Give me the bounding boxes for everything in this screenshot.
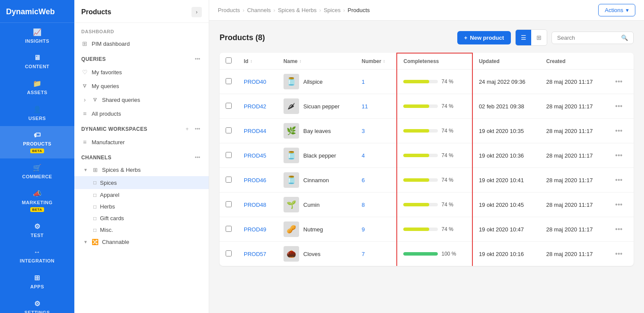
content-toolbar: Products (8) + New product ☰ ⊞ 🔍 (220, 29, 634, 46)
sidebar-item-shared-queries[interactable]: › ⛛ Shared queries (74, 93, 209, 107)
table-row: PROD44 🌿 Bay leaves 3 74 % (220, 119, 634, 143)
sub-channel-item-gift-cards[interactable]: □ Gift cards (74, 212, 209, 224)
nav-item-assets[interactable]: 📁ASSETS (0, 74, 74, 100)
select-all-checkbox[interactable] (226, 57, 232, 63)
queries-more-button[interactable]: ••• (193, 55, 202, 63)
product-image: 🌱 (284, 197, 299, 212)
row-number-cell: 9 (356, 217, 397, 242)
row-checkbox[interactable] (226, 177, 232, 183)
row-more-button[interactable]: ••• (613, 199, 624, 210)
product-name: Sicuan pepper (303, 103, 340, 110)
product-image: 🌰 (284, 246, 299, 262)
spices-more-button[interactable]: ••• (194, 179, 202, 187)
name-sort-icon[interactable]: ↕ (299, 59, 301, 63)
product-name: Cumin (303, 202, 320, 208)
table-row: PROD42 🌶 Sicuan pepper 11 74 % (220, 94, 634, 119)
my-queries-label: My queries (92, 83, 202, 89)
sidebar-item-my-queries[interactable]: ⛛ My queries (74, 79, 209, 93)
completeness-fill (403, 178, 429, 182)
product-id-link[interactable]: PROD40 (244, 79, 266, 85)
product-id-link[interactable]: PROD44 (244, 128, 266, 134)
row-id-cell: PROD45 (238, 143, 277, 168)
search-box: 🔍 (552, 32, 634, 44)
nav-item-apps[interactable]: ⊞APPS (0, 269, 74, 294)
folder-icon: □ (93, 180, 96, 186)
product-name: Black pepper (303, 152, 336, 159)
sidebar-item-manufacturer[interactable]: ≡ Manufacturer (74, 135, 209, 149)
completeness-percent: 74 % (441, 79, 453, 85)
nav-item-settings[interactable]: ⚙SETTINGS (0, 294, 74, 313)
grid-view-button[interactable]: ⊞ (531, 30, 547, 45)
product-id-link[interactable]: PROD57 (244, 251, 266, 257)
row-completeness-cell: 74 % (397, 143, 472, 168)
nav-item-commerce[interactable]: 🛒COMMERCE (0, 158, 74, 184)
row-checkbox[interactable] (226, 103, 232, 109)
channel-item-spices-herbs[interactable]: ▼ ⊞ Spices & Herbs (74, 164, 209, 176)
folder-icon: □ (93, 204, 96, 210)
nav-item-users[interactable]: 👤USERS (0, 100, 74, 126)
breadcrumb-spices[interactable]: Spices (324, 7, 341, 13)
workspaces-actions: + ••• (183, 125, 202, 133)
folder-icon: □ (93, 192, 96, 198)
number-sort-icon[interactable]: ↕ (383, 59, 385, 63)
row-checkbox[interactable] (226, 201, 232, 207)
row-more-button[interactable]: ••• (613, 248, 624, 259)
breadcrumb-products[interactable]: Products (218, 7, 240, 13)
nav-item-marketing[interactable]: 📣MARKETINGBETA (0, 184, 74, 217)
sidebar-item-pim-dashboard[interactable]: ⊞ PIM dashboard (74, 37, 209, 51)
id-sort-icon[interactable]: ↕ (250, 59, 252, 63)
sidebar-title: Products (81, 8, 111, 16)
product-id-link[interactable]: PROD49 (244, 226, 266, 233)
spices-add-button[interactable]: + (185, 179, 193, 187)
insights-icon: 📈 (33, 28, 42, 36)
row-more-button[interactable]: ••• (613, 150, 624, 161)
row-checkbox[interactable] (226, 152, 232, 158)
product-id-link[interactable]: PROD42 (244, 103, 266, 110)
nav-item-products[interactable]: 🏷PRODUCTSBETA (0, 126, 74, 158)
row-id-cell: PROD48 (238, 193, 277, 217)
products-label: PRODUCTS (23, 141, 51, 146)
row-checkbox[interactable] (226, 78, 232, 84)
row-created-cell: 28 maj 2020 11:17 (540, 168, 608, 193)
channel-item-channable[interactable]: ▼ 🔀 Channable (74, 236, 209, 248)
sidebar-item-my-favorites[interactable]: ♡ My favorites (74, 65, 209, 79)
row-actions-cell: ••• (607, 193, 634, 217)
folder-icon: □ (93, 215, 96, 221)
row-more-button[interactable]: ••• (613, 125, 624, 136)
product-created: 28 maj 2020 11:17 (546, 79, 593, 85)
row-more-button[interactable]: ••• (613, 174, 624, 185)
sub-channel-item-misc[interactable]: □ Misc. (74, 224, 209, 236)
nav-item-insights[interactable]: 📈INSIGHTS (0, 23, 74, 49)
row-checkbox[interactable] (226, 226, 232, 232)
row-checkbox[interactable] (226, 250, 232, 256)
breadcrumb-spices-herbs[interactable]: Spices & Herbs (278, 7, 317, 13)
row-more-button[interactable]: ••• (613, 76, 624, 87)
sub-channel-item-spices[interactable]: □ Spices + ••• (74, 176, 209, 189)
channels-more-button[interactable]: ••• (193, 153, 202, 162)
sub-channel-item-apparel[interactable]: □ Apparel (74, 189, 209, 201)
workspaces-more-button[interactable]: ••• (193, 125, 202, 133)
breadcrumb-channels[interactable]: Channels (247, 7, 271, 13)
workspaces-add-button[interactable]: + (183, 125, 191, 133)
nav-item-integration[interactable]: ↔INTEGRATION (0, 243, 74, 269)
product-id-link[interactable]: PROD45 (244, 152, 266, 159)
row-checkbox[interactable] (226, 127, 232, 133)
sidebar-item-all-products[interactable]: ≡ All products (74, 107, 209, 120)
list-view-button[interactable]: ☰ (516, 30, 531, 45)
search-input[interactable] (557, 35, 618, 41)
product-updated: 02 feb 2021 09:38 (479, 103, 524, 110)
nav-item-content[interactable]: 🖥CONTENT (0, 49, 74, 74)
new-product-button[interactable]: + New product (457, 31, 511, 44)
manufacturer-label: Manufacturer (92, 139, 202, 145)
actions-button[interactable]: Actions ▾ (598, 4, 635, 16)
product-number: 11 (362, 103, 368, 110)
row-more-button[interactable]: ••• (613, 101, 624, 111)
sidebar-collapse-button[interactable]: › (191, 7, 202, 17)
product-image: 🫙 (284, 148, 299, 163)
product-id-link[interactable]: PROD46 (244, 177, 266, 183)
sub-channel-item-herbs[interactable]: □ Herbs (74, 201, 209, 212)
product-id-link[interactable]: PROD48 (244, 202, 266, 208)
channable-label: Channable (102, 239, 202, 245)
row-more-button[interactable]: ••• (613, 224, 624, 234)
nav-item-test[interactable]: ⚙TEST (0, 217, 74, 243)
